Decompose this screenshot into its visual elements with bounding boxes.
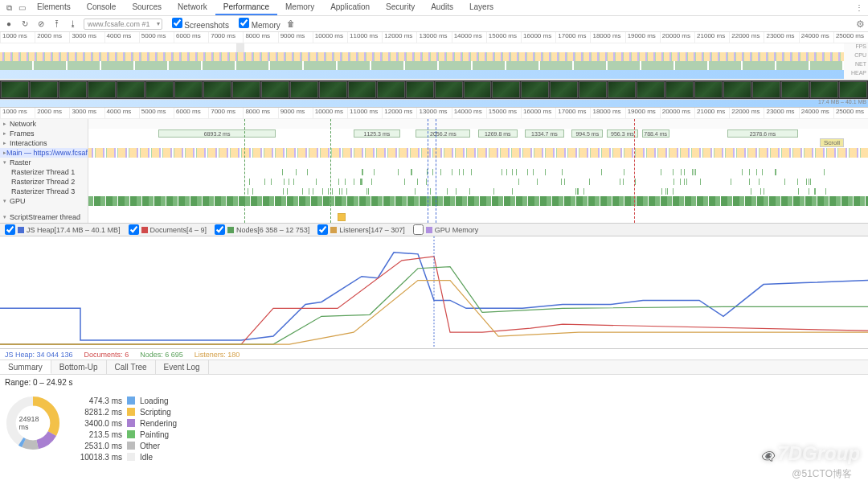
documents-toggle[interactable]: Documents[4 – 9]: [129, 224, 207, 235]
screenshot-frame[interactable]: [464, 81, 492, 98]
tab-layers[interactable]: Layers: [461, 0, 502, 15]
track-interactions[interactable]: ▸Interactions: [0, 138, 88, 148]
more-icon[interactable]: ⋮: [854, 2, 865, 14]
heap-strip: 17.4 MB – 40.1 MB: [0, 100, 868, 108]
screenshot-frame[interactable]: [59, 81, 87, 98]
gpumem-toggle[interactable]: GPU Memory: [413, 224, 479, 235]
listeners-toggle[interactable]: Listeners[147 – 307]: [317, 224, 405, 235]
screenshot-frame[interactable]: [261, 81, 289, 98]
summary-panel: 24918 ms 474.3 msLoading8281.2 msScripti…: [0, 390, 868, 467]
jsheap-toggle[interactable]: JS Heap[17.4 MB – 40.1 MB]: [5, 224, 121, 235]
tab-sources[interactable]: Sources: [124, 0, 170, 15]
screenshot-frame[interactable]: [694, 81, 723, 98]
tab-elements[interactable]: Elements: [29, 0, 79, 15]
track-raster3[interactable]: Rasterizer Thread 3: [0, 187, 88, 196]
track-frames[interactable]: ▸Frames: [0, 129, 88, 138]
inspect-icon[interactable]: ⧉: [3, 2, 14, 14]
clear-icon[interactable]: ⊘: [35, 18, 47, 30]
screenshot-frame[interactable]: [1, 81, 29, 98]
save-icon[interactable]: ⭳: [68, 18, 79, 30]
tab-audits[interactable]: Audits: [423, 0, 461, 15]
screenshot-frame[interactable]: [608, 81, 636, 98]
heap-range-label: 17.4 MB – 40.1 MB: [818, 99, 866, 105]
screenshot-frame[interactable]: [88, 81, 116, 98]
track-network[interactable]: ▸Network: [0, 119, 88, 129]
jsheap-readout: JS Heap: 34 044 136: [5, 351, 73, 359]
summary-row: 10018.3 msIdle: [77, 451, 177, 462]
track-raster[interactable]: ▾Raster: [0, 158, 88, 167]
screenshot-frame[interactable]: [723, 81, 751, 98]
screenshots-toggle[interactable]: Screenshots: [167, 18, 229, 30]
screenshot-frame[interactable]: [579, 81, 607, 98]
screenshot-frame[interactable]: [550, 81, 578, 98]
screenshot-frame[interactable]: [377, 81, 405, 98]
reload-icon[interactable]: ↻: [19, 18, 31, 30]
track-gpu[interactable]: ▾GPU: [0, 196, 88, 206]
screenshot-frame[interactable]: [117, 81, 145, 98]
track-raster2[interactable]: Rasterizer Thread 2: [0, 177, 88, 187]
track-raster1[interactable]: Rasterizer Thread 1: [0, 167, 88, 177]
screenshot-frame[interactable]: [665, 81, 694, 98]
memory-legend: JS Heap[17.4 MB – 40.1 MB] Documents[4 –…: [0, 224, 868, 236]
raster1-row: [88, 167, 868, 177]
screenshot-frame[interactable]: [174, 81, 203, 98]
record-icon[interactable]: ●: [3, 18, 14, 30]
track-main[interactable]: ▸Main — https://www.fcsafe.com/: [0, 148, 88, 158]
tab-network[interactable]: Network: [170, 0, 215, 15]
flame-chart[interactable]: ▸Network ▸Frames ▸Interactions ▸Main — h…: [0, 119, 868, 224]
btab-bottom-up[interactable]: Bottom-Up: [51, 360, 107, 374]
tab-performance[interactable]: Performance: [215, 0, 277, 15]
overview-lanes: [0, 43, 844, 80]
btab-event-log[interactable]: Event Log: [156, 360, 209, 374]
tab-application[interactable]: Application: [322, 0, 378, 15]
summary-row: 2531.0 msOther: [77, 440, 177, 451]
flame-tracks[interactable]: 6893.2 ms1125.3 ms2056.2 ms1269.8 ms1334…: [88, 119, 868, 223]
tab-security[interactable]: Security: [378, 0, 423, 15]
tab-memory[interactable]: Memory: [277, 0, 322, 15]
frame-time: 994.5 ms: [571, 129, 603, 138]
load-icon[interactable]: ⭱: [51, 18, 63, 30]
network-row: [88, 119, 868, 129]
btab-call-tree[interactable]: Call Tree: [107, 360, 156, 374]
listeners-readout: Listeners: 180: [194, 351, 240, 359]
btab-summary[interactable]: Summary: [0, 360, 51, 374]
summary-row: 213.5 msPainting: [77, 429, 177, 440]
settings-icon[interactable]: ⚙: [856, 18, 865, 30]
summary-row: 474.3 msLoading: [77, 395, 177, 406]
memory-toggle[interactable]: Memory: [234, 18, 280, 30]
screenshot-frame[interactable]: [319, 81, 347, 98]
screenshot-filmstrip[interactable]: [0, 80, 868, 100]
nodes-toggle[interactable]: Nodes[6 358 – 12 753]: [215, 224, 309, 235]
frame-time: 1125.3 ms: [354, 129, 400, 138]
screenshot-frame[interactable]: [521, 81, 549, 98]
screenshot-frame[interactable]: [145, 81, 174, 98]
screenshot-frame[interactable]: [637, 81, 665, 98]
screenshot-frame[interactable]: [406, 81, 434, 98]
fps-lane: [0, 43, 844, 52]
screenshot-frame[interactable]: [810, 81, 838, 98]
screenshot-frame[interactable]: [492, 81, 520, 98]
screenshot-frame[interactable]: [839, 81, 867, 98]
tab-console[interactable]: Console: [79, 0, 125, 15]
time-donut: 24918 ms: [5, 395, 61, 451]
summary-row: 3400.0 msRendering: [77, 417, 177, 429]
main-row: [88, 148, 868, 158]
screenshot-frame[interactable]: [290, 81, 318, 98]
scriptstreamer-row: [88, 212, 868, 222]
watermark-text: @51CTO博客: [792, 467, 852, 481]
screenshot-frame[interactable]: [232, 81, 260, 98]
device-toolbar-icon[interactable]: ▭: [16, 2, 27, 14]
overview-timeline[interactable]: 1000 ms2000 ms3000 ms4000 ms5000 ms6000 …: [0, 32, 868, 80]
screenshot-frame[interactable]: [203, 81, 231, 98]
recording-dropdown[interactable]: www.fcsafe.com #1: [84, 18, 162, 30]
screenshot-frame[interactable]: [30, 81, 58, 98]
screenshot-frame[interactable]: [752, 81, 780, 98]
screenshot-frame[interactable]: [781, 81, 809, 98]
screenshot-frame[interactable]: [348, 81, 376, 98]
spacer: [0, 206, 88, 212]
screenshot-frame[interactable]: [435, 81, 463, 98]
memory-chart[interactable]: [0, 236, 868, 349]
overview-lane-labels: FPSCPUNETHEAP: [844, 43, 868, 79]
track-scriptstreamer[interactable]: ▾ScriptStreamer thread: [0, 212, 88, 222]
collect-garbage-icon[interactable]: 🗑: [285, 18, 297, 30]
